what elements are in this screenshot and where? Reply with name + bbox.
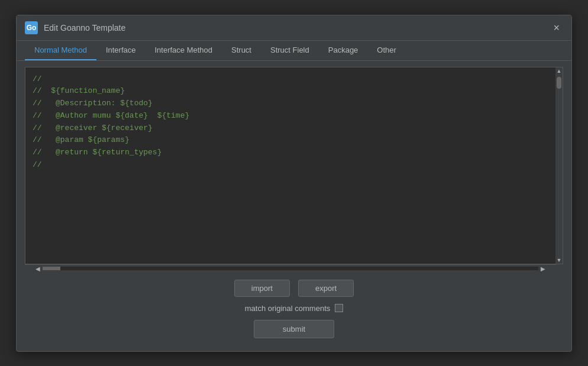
vertical-scrollbar[interactable]: ▲ ▼ xyxy=(555,67,563,264)
match-original-label: match original comments xyxy=(245,304,331,313)
dialog-header: Go Edit Goanno Template × xyxy=(17,15,571,41)
tab-package[interactable]: Package xyxy=(319,41,368,60)
tab-struct-field[interactable]: Struct Field xyxy=(261,41,319,60)
tab-normal-method[interactable]: Normal Method xyxy=(25,41,96,60)
tab-other[interactable]: Other xyxy=(367,41,406,60)
tab-struct[interactable]: Struct xyxy=(222,41,261,60)
editor-container: // // ${function_name} // @Description: … xyxy=(25,67,563,264)
export-button[interactable]: export xyxy=(298,280,354,297)
bottom-controls: import export match original comments su… xyxy=(25,273,563,345)
dialog-title: Edit Goanno Template xyxy=(44,23,550,33)
content-area: // // ${function_name} // @Description: … xyxy=(17,61,571,351)
match-original-row: match original comments xyxy=(245,304,344,313)
scrollbar-thumb-h[interactable] xyxy=(43,267,60,270)
tab-interface-method[interactable]: Interface Method xyxy=(145,41,222,60)
scroll-right-arrow[interactable]: ▶ xyxy=(538,265,548,272)
tab-interface[interactable]: Interface xyxy=(96,41,146,60)
tab-bar: Normal Method Interface Interface Method… xyxy=(17,41,571,61)
scrollbar-corner xyxy=(556,264,563,273)
scrollbar-track-h xyxy=(43,267,538,270)
horizontal-scrollbar[interactable]: ◀ ▶ xyxy=(25,264,556,273)
scroll-left-arrow[interactable]: ◀ xyxy=(33,265,43,272)
import-export-row: import export xyxy=(234,280,354,297)
edit-dialog: Go Edit Goanno Template × Normal Method … xyxy=(16,15,572,352)
scrollbar-thumb-vertical[interactable] xyxy=(557,77,561,89)
submit-button[interactable]: submit xyxy=(254,320,334,338)
import-button[interactable]: import xyxy=(234,280,290,297)
template-editor[interactable]: // // ${function_name} // @Description: … xyxy=(25,67,555,264)
app-icon: Go xyxy=(25,21,38,34)
horizontal-scrollbar-row: ◀ ▶ xyxy=(25,264,563,273)
close-button[interactable]: × xyxy=(550,21,563,34)
match-original-checkbox[interactable] xyxy=(335,304,343,312)
